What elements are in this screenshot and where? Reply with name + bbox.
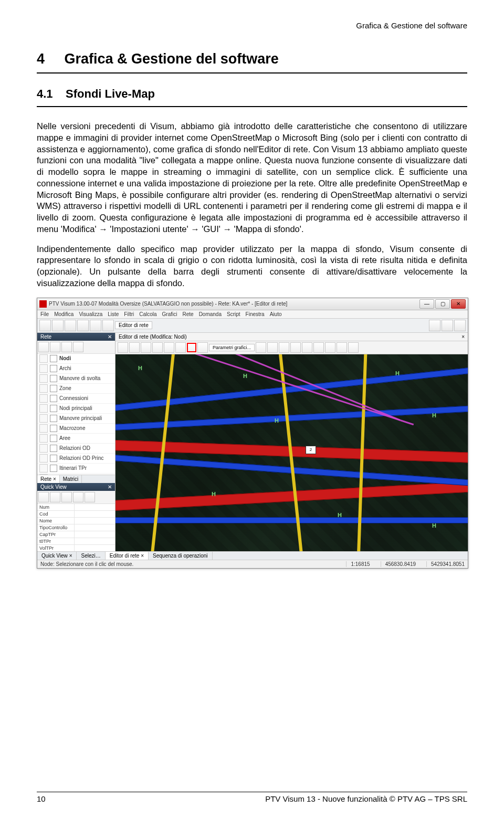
tool-button[interactable] — [267, 342, 278, 353]
heading-rule — [37, 72, 467, 74]
menu-modifica[interactable]: Modifica — [54, 311, 74, 317]
tool-button[interactable] — [175, 342, 186, 353]
layer-manovre-svolta[interactable]: Manovre di svolta — [37, 374, 115, 384]
menu-calcola[interactable]: Calcola — [139, 311, 156, 317]
qv-row: Cod — [37, 511, 115, 518]
tool-button[interactable] — [61, 342, 72, 352]
layer-connessioni[interactable]: Connessioni — [37, 394, 115, 404]
pane-pin-icon[interactable]: ✕ — [108, 334, 112, 340]
close-icon[interactable]: × — [53, 476, 56, 482]
subtab-matrici[interactable]: Matrici — [60, 475, 82, 483]
tool-button[interactable] — [73, 492, 83, 502]
status-message: Node: Selezionare con il clic del mouse. — [40, 561, 335, 567]
toolbar-mode-label[interactable]: Editor di rete — [115, 321, 152, 329]
maximize-button[interactable]: ▢ — [435, 299, 450, 309]
tool-button[interactable] — [73, 342, 83, 352]
toolbar-button[interactable] — [77, 320, 89, 331]
statusbar: Node: Selezionare con il clic del mouse.… — [37, 560, 468, 568]
layer-archi[interactable]: Archi — [37, 364, 115, 374]
tool-button[interactable] — [302, 342, 312, 353]
subtab-rete[interactable]: Rete × — [37, 475, 60, 483]
menubar: File Modifica Visualizza Liste Filtri Ca… — [37, 310, 468, 319]
toolbar-button[interactable] — [65, 320, 76, 331]
map-canvas[interactable]: H H H H H H H H 2 — [116, 354, 468, 551]
tab-quickview[interactable]: Quick View × — [37, 552, 77, 560]
tool-button[interactable] — [290, 342, 301, 353]
layer-macrozone[interactable]: Macrozone — [37, 424, 115, 434]
tool-button[interactable] — [256, 342, 266, 353]
titlebar: PTV Visum 13.00-07 Modalità Oversize (SA… — [37, 298, 468, 310]
footer-right: PTV Visum 13 - Nuove funzionalità © PTV … — [265, 794, 467, 803]
menu-finestra[interactable]: Finestra — [246, 311, 265, 317]
quickview-toolbar — [37, 491, 115, 504]
left-panel: Rete ✕ Nodi Archi Manovre di svolta Zone — [37, 333, 116, 551]
heading-chapter: 4 Grafica & Gestione del software — [37, 51, 467, 67]
footer-rule — [37, 792, 467, 792]
menu-filtri[interactable]: Filtri — [124, 311, 134, 317]
menu-file[interactable]: File — [40, 311, 49, 317]
minimize-button[interactable]: — — [419, 299, 434, 309]
toolbar-button[interactable] — [442, 320, 453, 331]
close-icon[interactable]: × — [141, 553, 144, 559]
tool-button[interactable] — [152, 342, 163, 353]
qv-row: Num — [37, 504, 115, 511]
layer-nodi-principali[interactable]: Nodi principali — [37, 404, 115, 414]
tool-button[interactable] — [313, 342, 324, 353]
layer-relazioni-od[interactable]: Relazioni OD — [37, 444, 115, 454]
tool-button[interactable] — [129, 342, 140, 353]
page-footer: 10 PTV Visum 13 - Nuove funzionalità © P… — [37, 792, 467, 803]
heading-section-text: Sfondi Live-Map — [66, 87, 155, 100]
tool-button[interactable] — [141, 342, 151, 353]
layer-relazioni-od-princ[interactable]: Relazioni OD Princ — [37, 454, 115, 464]
layer-manovre-principali[interactable]: Manovre principali — [37, 414, 115, 424]
tool-button[interactable] — [50, 342, 60, 352]
pane-pin-icon[interactable]: ✕ — [108, 484, 112, 490]
tool-button[interactable] — [38, 492, 49, 502]
toolbar-button[interactable] — [454, 320, 466, 331]
paragraph-1: Nelle versioni precedenti di Visum, abbi… — [37, 121, 467, 235]
menu-liste[interactable]: Liste — [108, 311, 119, 317]
close-icon[interactable]: × — [69, 553, 72, 559]
quickview-grid: Num Cod Nome TipoControllo CapTPr t0TPr … — [37, 504, 115, 551]
tool-button[interactable] — [279, 342, 289, 353]
tool-button[interactable] — [50, 492, 60, 502]
toolbar-button[interactable] — [102, 320, 114, 331]
tool-button[interactable] — [38, 342, 49, 352]
layer-aree[interactable]: Aree — [37, 434, 115, 444]
tool-button[interactable] — [85, 492, 95, 502]
menu-rete[interactable]: Rete — [183, 311, 194, 317]
status-coord-y: 5429341.8051 — [426, 561, 465, 567]
paragraph-2: Indipendentemente dallo specifico map pr… — [37, 244, 467, 289]
layer-itinerari-tpr[interactable]: Itinerari TPr — [37, 464, 115, 474]
tool-button[interactable] — [118, 342, 128, 353]
main-toolbar: Editor di rete — [37, 319, 468, 333]
menu-script[interactable]: Script — [227, 311, 240, 317]
parametri-grafici-button[interactable]: Parametri grafici... — [209, 344, 255, 351]
toolbar-button[interactable] — [429, 320, 440, 331]
page-header: Grafica & Gestione del software — [37, 21, 467, 30]
tool-button[interactable] — [197, 342, 208, 353]
tool-button[interactable] — [164, 342, 174, 353]
editor-close-icon[interactable]: × — [461, 334, 465, 340]
close-button[interactable]: ✕ — [451, 299, 466, 309]
menu-domanda[interactable]: Domanda — [199, 311, 222, 317]
toolbar-button[interactable] — [90, 320, 101, 331]
node-marker[interactable]: 2 — [306, 446, 316, 454]
tool-button[interactable] — [348, 342, 359, 353]
layer-nodi[interactable]: Nodi — [37, 354, 115, 364]
editor-title: Editor di rete (Modifica: Nodi) — [119, 334, 187, 340]
tool-button[interactable] — [325, 342, 335, 353]
menu-visualizza[interactable]: Visualizza — [79, 311, 102, 317]
tab-selezione[interactable]: Selezi… — [77, 552, 105, 560]
tool-button[interactable] — [61, 492, 72, 502]
layer-zone[interactable]: Zone — [37, 384, 115, 394]
rete-pane-label: Rete — [40, 334, 51, 340]
menu-aiuto[interactable]: Aiuto — [270, 311, 282, 317]
tab-sequenza-operazioni[interactable]: Sequenza di operazioni — [149, 552, 213, 560]
tab-editor-rete[interactable]: Editor di rete × — [106, 552, 149, 560]
tool-button[interactable] — [337, 342, 347, 353]
toolbar-button[interactable] — [52, 320, 64, 331]
menu-grafici[interactable]: Grafici — [162, 311, 177, 317]
background-map-toggle-button[interactable] — [187, 343, 196, 352]
toolbar-button[interactable] — [39, 320, 51, 331]
